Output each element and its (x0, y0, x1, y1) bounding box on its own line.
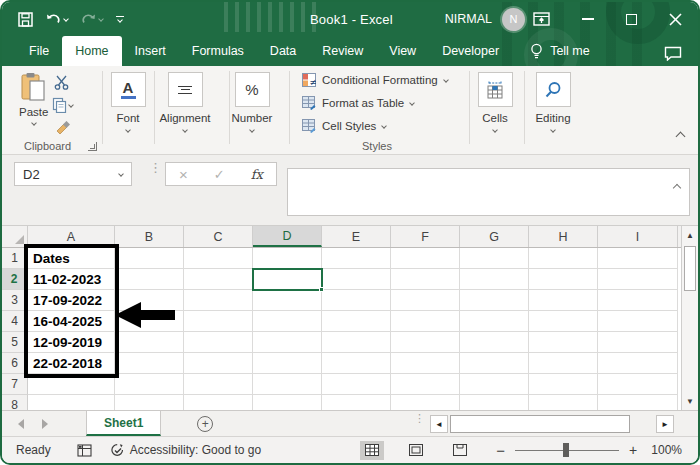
cell-I1[interactable] (598, 248, 678, 269)
column-header-E[interactable]: E (322, 226, 391, 247)
page-layout-view-button[interactable] (404, 441, 428, 460)
cell-A8[interactable] (28, 395, 115, 410)
row-header-1[interactable]: 1 (2, 248, 28, 269)
cell-H2[interactable] (529, 269, 598, 290)
ribbon-display-options-button[interactable] (533, 12, 550, 26)
clipboard-dialog-launcher[interactable] (88, 142, 97, 151)
scroll-down-button[interactable]: ▼ (682, 392, 698, 410)
tab-file[interactable]: File (16, 36, 62, 66)
cell-D3[interactable] (253, 290, 322, 311)
cell-H1[interactable] (529, 248, 598, 269)
cell-C5[interactable] (184, 332, 253, 353)
tell-me-button[interactable]: Tell me (530, 36, 590, 66)
redo-button[interactable] (81, 13, 103, 26)
cell-I4[interactable] (598, 311, 678, 332)
horizontal-scroll-track[interactable] (448, 415, 656, 433)
customize-quick-access-button[interactable] (116, 16, 124, 22)
cell-G7[interactable] (460, 374, 529, 395)
save-button[interactable] (18, 12, 33, 27)
cell-F8[interactable] (391, 395, 460, 410)
cell-H6[interactable] (529, 353, 598, 374)
zoom-slider-handle[interactable] (563, 443, 569, 457)
cell-D6[interactable] (253, 353, 322, 374)
cell-I3[interactable] (598, 290, 678, 311)
cell-H4[interactable] (529, 311, 598, 332)
horizontal-scrollbar[interactable]: ◄ ► (430, 415, 674, 433)
zoom-level[interactable]: 100% (651, 443, 682, 457)
cell-B4[interactable] (115, 311, 184, 332)
tab-developer[interactable]: Developer (429, 36, 512, 66)
cell-G4[interactable] (460, 311, 529, 332)
feedback-button[interactable] (664, 46, 682, 61)
cell-A2[interactable]: 11-02-2023 (28, 269, 115, 290)
cell-B8[interactable] (115, 395, 184, 410)
vertical-scroll-thumb[interactable] (684, 246, 696, 291)
cell-G2[interactable] (460, 269, 529, 290)
cell-C4[interactable] (184, 311, 253, 332)
cell-E6[interactable] (322, 353, 391, 374)
cell-A5[interactable]: 12-09-2019 (28, 332, 115, 353)
cell-D4[interactable] (253, 311, 322, 332)
cell-E7[interactable] (322, 374, 391, 395)
zoom-out-button[interactable]: − (496, 442, 505, 459)
cell-H8[interactable] (529, 395, 598, 410)
zoom-slider[interactable] (515, 443, 619, 457)
row-header-8[interactable]: 8 (2, 395, 28, 410)
cell-H3[interactable] (529, 290, 598, 311)
minimize-button[interactable] (582, 18, 594, 20)
formula-bar-splitter[interactable]: ⋮ (149, 164, 162, 171)
cell-E5[interactable] (322, 332, 391, 353)
cell-F4[interactable] (391, 311, 460, 332)
alignment-group-button[interactable]: Alignment (159, 72, 211, 132)
cell-I6[interactable] (598, 353, 678, 374)
scroll-right-button[interactable]: ► (656, 415, 674, 433)
cell-B5[interactable] (115, 332, 184, 353)
accessibility-checker-button[interactable]: Accessibility: Good to go (110, 443, 261, 457)
column-header-F[interactable]: F (391, 226, 460, 247)
close-button[interactable] (669, 13, 682, 26)
cell-B6[interactable] (115, 353, 184, 374)
avatar[interactable]: N (502, 8, 525, 31)
cell-B2[interactable] (115, 269, 184, 290)
collapse-ribbon-button[interactable] (677, 126, 684, 144)
editing-group-button[interactable]: Editing (527, 72, 579, 132)
cell-B1[interactable] (115, 248, 184, 269)
column-header-I[interactable]: I (598, 226, 678, 247)
cell-A7[interactable] (28, 374, 115, 395)
cell-B3[interactable] (115, 290, 184, 311)
cell-A3[interactable]: 17-09-2022 (28, 290, 115, 311)
cell-G3[interactable] (460, 290, 529, 311)
cell-F5[interactable] (391, 332, 460, 353)
format-as-table-button[interactable]: Format as Table (302, 96, 414, 110)
cell-C1[interactable] (184, 248, 253, 269)
cut-button[interactable] (54, 75, 69, 90)
cell-H7[interactable] (529, 374, 598, 395)
cell-F1[interactable] (391, 248, 460, 269)
cell-C7[interactable] (184, 374, 253, 395)
row-header-6[interactable]: 6 (2, 353, 28, 374)
cell-D7[interactable] (253, 374, 322, 395)
cell-C3[interactable] (184, 290, 253, 311)
cell-E8[interactable] (322, 395, 391, 410)
column-header-G[interactable]: G (460, 226, 529, 247)
cells-group-button[interactable]: Cells (469, 72, 521, 132)
next-sheet-button[interactable] (42, 419, 48, 429)
cell-H5[interactable] (529, 332, 598, 353)
tab-insert[interactable]: Insert (122, 36, 179, 66)
insert-function-button[interactable]: fx (251, 167, 263, 182)
column-header-H[interactable]: H (529, 226, 598, 247)
number-group-button[interactable]: % Number (226, 72, 278, 132)
cell-G5[interactable] (460, 332, 529, 353)
cell-G8[interactable] (460, 395, 529, 410)
redo-dropdown-icon[interactable] (98, 16, 104, 22)
collapse-formula-bar-button[interactable] (674, 177, 680, 195)
tab-home[interactable]: Home (62, 36, 121, 66)
cell-E4[interactable] (322, 311, 391, 332)
cell-E1[interactable] (322, 248, 391, 269)
cell-A4[interactable]: 16-04-2025 (28, 311, 115, 332)
copy-button[interactable] (52, 97, 73, 113)
cell-F3[interactable] (391, 290, 460, 311)
tab-review[interactable]: Review (309, 36, 376, 66)
tab-data[interactable]: Data (257, 36, 309, 66)
select-all-corner[interactable] (2, 226, 28, 247)
